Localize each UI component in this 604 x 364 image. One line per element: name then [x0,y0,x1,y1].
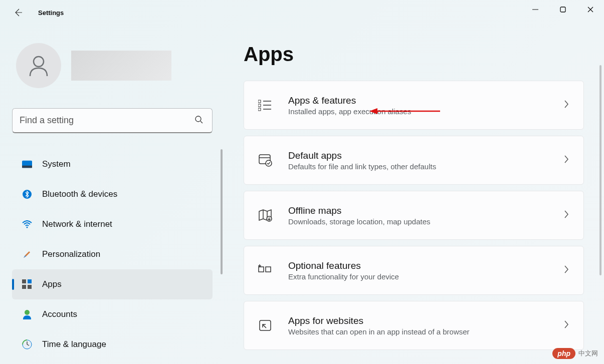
page-title: Apps [244,43,584,66]
card-apps-websites[interactable]: Apps for websites Websites that can open… [244,301,584,350]
avatar [16,43,61,88]
svg-rect-14 [28,285,32,289]
app-title: Settings [38,9,64,17]
svg-rect-27 [259,267,264,272]
apps-websites-icon [258,318,272,332]
wifi-icon [22,219,32,229]
nav-item-system[interactable]: System [12,149,213,179]
nav-list: System Bluetooth & devices Network & int… [12,149,213,359]
nav-label: Network & internet [42,219,112,229]
settings-cards: Apps & features Installed apps, app exec… [244,81,584,350]
system-icon [22,159,32,169]
svg-line-6 [200,121,203,123]
watermark-text: 中文网 [578,349,598,358]
card-title: Apps for websites [288,315,557,326]
card-title: Default apps [288,150,557,161]
nav-label: Accounts [42,309,77,319]
card-title: Offline maps [288,205,557,216]
card-subtitle: Installed apps, app execution aliases [288,107,557,116]
card-subtitle: Extra functionality for your device [288,272,557,281]
nav-label: Apps [42,279,62,289]
content-scrollbar[interactable] [599,65,601,275]
search-icon [194,115,204,126]
chevron-right-icon [563,210,569,221]
svg-rect-1 [560,7,565,12]
chevron-right-icon [563,100,569,111]
svg-rect-31 [260,320,271,330]
nav-item-personalization[interactable]: Personalization [12,239,213,269]
svg-point-4 [34,57,44,67]
maximize-button[interactable] [549,0,576,19]
card-optional-features[interactable]: Optional features Extra functionality fo… [244,246,584,295]
card-title: Optional features [288,260,557,271]
nav-label: Personalization [42,249,100,259]
search-input[interactable] [12,108,213,133]
chevron-right-icon [563,155,569,166]
apps-icon [22,279,32,289]
card-default-apps[interactable]: Default apps Defaults for file and link … [244,136,584,185]
bluetooth-icon [22,189,32,199]
svg-rect-21 [258,108,261,111]
paintbrush-icon [22,249,32,259]
svg-rect-13 [22,285,26,289]
nav-item-bluetooth[interactable]: Bluetooth & devices [12,179,213,209]
svg-rect-28 [266,267,271,272]
card-apps-features[interactable]: Apps & features Installed apps, app exec… [244,81,584,130]
nav-label: Time & language [42,339,106,349]
nav-label: Bluetooth & devices [42,189,117,199]
clock-icon [22,339,32,349]
svg-rect-19 [258,104,261,107]
svg-point-5 [195,116,201,122]
user-info-redacted [71,51,171,81]
svg-rect-11 [22,279,26,283]
svg-rect-17 [258,100,261,103]
nav-item-accounts[interactable]: Accounts [12,299,213,329]
chevron-right-icon [563,265,569,276]
search-container [12,108,213,133]
user-area[interactable] [12,25,223,108]
card-subtitle: Websites that can open in an app instead… [288,327,557,336]
nav-item-time[interactable]: Time & language [12,329,213,359]
watermark: php 中文网 [552,348,598,359]
svg-rect-8 [22,166,32,168]
card-title: Apps & features [288,95,557,106]
svg-point-10 [27,227,28,228]
optional-features-icon [258,263,272,277]
nav-item-network[interactable]: Network & internet [12,209,213,239]
content-area: Apps Apps & features Installed apps, app… [223,25,604,364]
card-offline-maps[interactable]: Offline maps Downloads, storage location… [244,191,584,240]
svg-point-15 [25,310,30,315]
card-subtitle: Downloads, storage location, map updates [288,217,557,226]
chevron-right-icon [563,320,569,331]
nav-label: System [42,159,71,169]
default-apps-icon [258,153,272,167]
window-controls [521,0,604,20]
close-button[interactable] [576,0,604,19]
minimize-button[interactable] [521,0,549,19]
watermark-badge: php [552,348,575,359]
back-button[interactable] [8,3,28,23]
card-subtitle: Defaults for file and link types, other … [288,162,557,171]
nav-item-apps[interactable]: Apps [12,269,213,299]
titlebar: Settings [0,0,604,25]
sidebar: System Bluetooth & devices Network & int… [12,25,223,364]
svg-rect-12 [28,279,32,283]
map-icon [258,208,272,222]
person-icon [22,309,32,319]
list-icon [258,98,272,112]
